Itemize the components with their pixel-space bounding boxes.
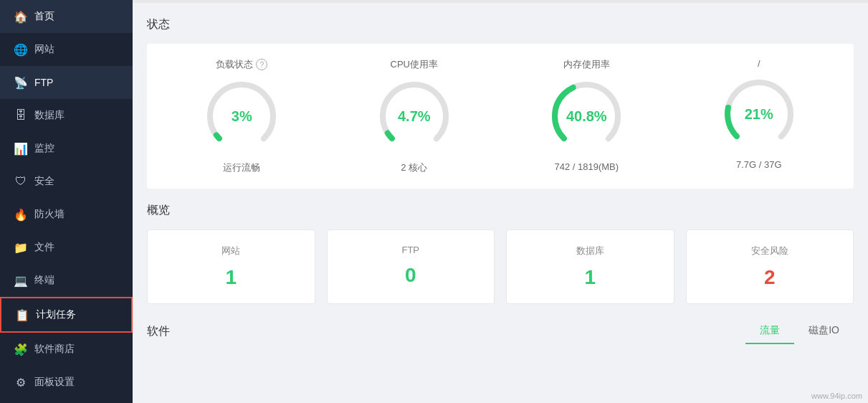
disk-label: / (758, 58, 760, 69)
sidebar-item-label: 首页 (34, 10, 54, 23)
sidebar-item-logout[interactable]: 🚪 退出 (0, 399, 133, 403)
sidebar-item-database[interactable]: 🗄 数据库 (0, 99, 133, 132)
appstore-icon: 🧩 (14, 343, 27, 356)
monitor-icon: 📊 (14, 142, 27, 155)
overview-label-ftp: FTP (401, 245, 419, 255)
settings-icon: ⚙ (14, 376, 27, 389)
cpu-sub: 2 核心 (401, 161, 427, 174)
sidebar-item-label: 网站 (34, 43, 54, 56)
sidebar-item-ftp[interactable]: 📡 FTP (0, 66, 133, 99)
status-cards: 负载状态? 3% 运行流畅 CPU使用率 4.7% 2 核心 (147, 44, 854, 189)
status-card-cpu: CPU使用率 4.7% 2 核心 (334, 58, 495, 174)
disk-value: 21% (745, 106, 773, 123)
software-tab-diskio[interactable]: 磁盘IO (794, 318, 854, 344)
sidebar-item-label: 安全 (34, 175, 54, 188)
sidebar-item-appstore[interactable]: 🧩 软件商店 (0, 333, 133, 366)
ftp-icon: 📡 (14, 76, 27, 89)
status-card-memory: 内存使用率 40.8% 742 / 1819(MB) (506, 58, 667, 174)
sidebar-item-monitor[interactable]: 📊 监控 (0, 132, 133, 165)
sidebar-item-website[interactable]: 🌐 网站 (0, 33, 133, 66)
sidebar-item-label: 防火墙 (34, 208, 65, 221)
sidebar-item-label: 面板设置 (34, 376, 75, 389)
disk-gauge: 21% (720, 75, 798, 153)
security-icon: 🛡 (14, 175, 27, 188)
website-icon: 🌐 (14, 43, 27, 56)
info-icon-load[interactable]: ? (256, 59, 267, 70)
sidebar-item-label: 终端 (34, 274, 54, 287)
overview-section: 概览 网站 1 FTP 0 数据库 1 安全风险 2 (147, 203, 854, 304)
load-label: 负载状态 (216, 58, 253, 71)
overview-label-website: 网站 (221, 245, 240, 257)
software-tab-traffic[interactable]: 流量 (745, 318, 794, 344)
cpu-gauge: 4.7% (375, 77, 454, 156)
memory-sub: 742 / 1819(MB) (554, 161, 619, 172)
sidebar-item-terminal[interactable]: 💻 终端 (0, 264, 133, 297)
sidebar-item-home[interactable]: 🏠 首页 (0, 0, 133, 33)
overview-cards: 网站 1 FTP 0 数据库 1 安全风险 2 (147, 229, 854, 304)
status-title: 状态 (147, 17, 854, 32)
software-header: 软件 流量磁盘IO (147, 318, 854, 344)
sidebar-item-label: 监控 (34, 142, 54, 155)
cpu-label-row: CPU使用率 (391, 58, 438, 71)
overview-card-website[interactable]: 网站 1 (147, 229, 315, 304)
sidebar-item-crontab[interactable]: 📋 计划任务 (0, 297, 133, 333)
database-icon: 🗄 (14, 109, 27, 122)
sidebar-item-firewall[interactable]: 🔥 防火墙 (0, 198, 133, 231)
top-divider (133, 0, 868, 3)
home-icon: 🏠 (14, 10, 27, 23)
sidebar-item-label: 数据库 (34, 109, 65, 122)
overview-label-database: 数据库 (576, 245, 604, 257)
overview-card-security[interactable]: 安全风险 2 (686, 229, 854, 304)
sidebar-item-settings[interactable]: ⚙ 面板设置 (0, 366, 133, 399)
status-card-load: 负载状态? 3% 运行流畅 (161, 58, 323, 174)
watermark: www.94ip.com (811, 392, 862, 400)
status-card-disk: / 21% 7.7G / 37G (679, 58, 840, 174)
files-icon: 📁 (14, 241, 27, 254)
overview-value-ftp: 0 (405, 264, 416, 287)
overview-label-security: 安全风险 (751, 245, 788, 257)
status-section: 状态 负载状态? 3% 运行流畅 CPU使用率 4.7% (147, 17, 854, 189)
software-title: 软件 (147, 324, 170, 339)
sidebar-item-label: FTP (34, 77, 53, 88)
disk-sub: 7.7G / 37G (736, 159, 782, 170)
memory-value: 40.8% (566, 108, 607, 125)
load-gauge: 3% (202, 77, 281, 156)
load-label-row: 负载状态? (216, 58, 267, 71)
memory-label: 内存使用率 (563, 58, 610, 71)
software-tabs: 流量磁盘IO (745, 318, 854, 344)
sidebar-item-label: 计划任务 (36, 308, 76, 321)
overview-value-website: 1 (225, 266, 237, 289)
sidebar: 🏠 首页 🌐 网站 📡 FTP 🗄 数据库 📊 监控 🛡 安全 🔥 防火墙 📁 … (0, 0, 133, 403)
overview-card-ftp[interactable]: FTP 0 (327, 229, 495, 304)
cpu-label: CPU使用率 (391, 58, 438, 71)
crontab-icon: 📋 (16, 308, 29, 321)
memory-label-row: 内存使用率 (563, 58, 610, 71)
overview-card-database[interactable]: 数据库 1 (506, 229, 674, 304)
overview-value-security: 2 (764, 266, 776, 289)
terminal-icon: 💻 (14, 274, 27, 287)
firewall-icon: 🔥 (14, 208, 27, 221)
cpu-value: 4.7% (398, 108, 431, 125)
main-content: 状态 负载状态? 3% 运行流畅 CPU使用率 4.7% (133, 0, 868, 403)
overview-title: 概览 (147, 203, 854, 218)
overview-value-database: 1 (584, 266, 596, 289)
disk-label-row: / (758, 58, 760, 69)
sidebar-item-label: 文件 (34, 241, 54, 254)
software-section: 软件 流量磁盘IO (147, 318, 854, 344)
sidebar-item-label: 软件商店 (34, 343, 75, 356)
sidebar-item-security[interactable]: 🛡 安全 (0, 165, 133, 198)
sidebar-item-files[interactable]: 📁 文件 (0, 231, 133, 264)
load-sub: 运行流畅 (223, 161, 260, 174)
load-value: 3% (232, 108, 252, 125)
memory-gauge: 40.8% (547, 77, 626, 156)
